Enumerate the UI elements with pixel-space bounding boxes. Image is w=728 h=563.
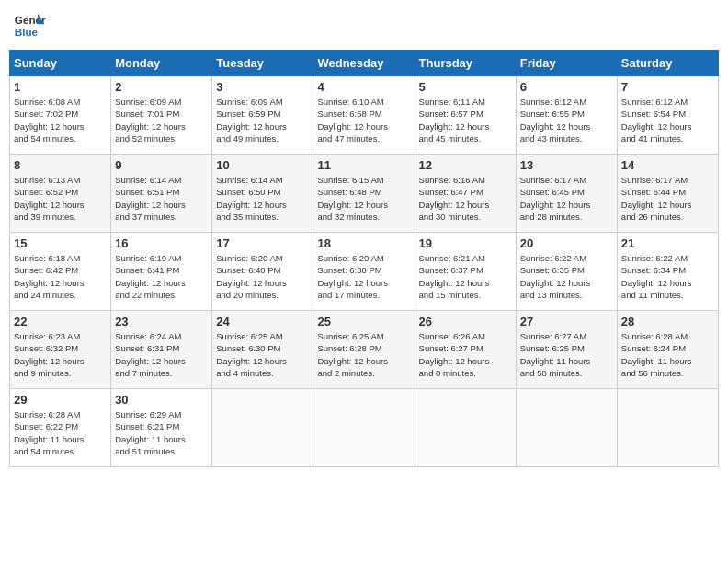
calendar-table: SundayMondayTuesdayWednesdayThursdayFrid… (9, 50, 719, 467)
day-info: Sunrise: 6:22 AMSunset: 6:34 PMDaylight:… (621, 253, 692, 300)
calendar-cell: 28 Sunrise: 6:28 AMSunset: 6:24 PMDaylig… (617, 311, 718, 389)
calendar-cell: 1 Sunrise: 6:08 AMSunset: 7:02 PMDayligh… (10, 76, 111, 155)
day-number: 1 (14, 80, 107, 94)
calendar-cell: 19 Sunrise: 6:21 AMSunset: 6:37 PMDaylig… (415, 233, 516, 311)
calendar-cell: 8 Sunrise: 6:13 AMSunset: 6:52 PMDayligh… (10, 155, 111, 233)
calendar-cell: 18 Sunrise: 6:20 AMSunset: 6:38 PMDaylig… (313, 233, 415, 311)
day-info: Sunrise: 6:08 AMSunset: 7:02 PMDaylight:… (14, 97, 85, 144)
day-info: Sunrise: 6:23 AMSunset: 6:32 PMDaylight:… (14, 331, 85, 378)
day-info: Sunrise: 6:16 AMSunset: 6:47 PMDaylight:… (419, 175, 490, 222)
day-number: 9 (115, 158, 208, 172)
day-number: 2 (115, 80, 208, 94)
calendar-cell: 13 Sunrise: 6:17 AMSunset: 6:45 PMDaylig… (516, 155, 617, 233)
day-info: Sunrise: 6:19 AMSunset: 6:41 PMDaylight:… (115, 253, 186, 300)
day-info: Sunrise: 6:14 AMSunset: 6:50 PMDaylight:… (216, 175, 287, 222)
calendar-week-row: 15 Sunrise: 6:18 AMSunset: 6:42 PMDaylig… (10, 233, 719, 311)
day-number: 8 (14, 158, 107, 172)
day-info: Sunrise: 6:28 AMSunset: 6:24 PMDaylight:… (621, 331, 692, 378)
calendar-cell: 30 Sunrise: 6:29 AMSunset: 6:21 PMDaylig… (111, 389, 212, 467)
day-info: Sunrise: 6:25 AMSunset: 6:28 PMDaylight:… (317, 331, 388, 378)
weekday-header: Friday (516, 51, 617, 76)
calendar-cell: 17 Sunrise: 6:20 AMSunset: 6:40 PMDaylig… (212, 233, 313, 311)
day-info: Sunrise: 6:18 AMSunset: 6:42 PMDaylight:… (14, 253, 85, 300)
day-number: 23 (115, 315, 208, 328)
day-number: 19 (419, 236, 512, 250)
day-number: 27 (520, 315, 613, 328)
day-info: Sunrise: 6:09 AMSunset: 6:59 PMDaylight:… (216, 97, 287, 144)
day-info: Sunrise: 6:17 AMSunset: 6:44 PMDaylight:… (621, 175, 692, 222)
day-number: 29 (14, 393, 107, 407)
day-number: 25 (317, 315, 410, 328)
day-number: 6 (520, 80, 613, 94)
calendar-cell (415, 389, 516, 467)
calendar-cell: 7 Sunrise: 6:12 AMSunset: 6:54 PMDayligh… (617, 76, 718, 155)
day-info: Sunrise: 6:12 AMSunset: 6:54 PMDaylight:… (621, 97, 692, 144)
day-info: Sunrise: 6:10 AMSunset: 6:58 PMDaylight:… (317, 97, 388, 144)
day-number: 10 (216, 158, 309, 172)
day-number: 5 (419, 80, 512, 94)
day-number: 13 (520, 158, 613, 172)
day-number: 3 (216, 80, 309, 94)
day-info: Sunrise: 6:14 AMSunset: 6:51 PMDaylight:… (115, 175, 186, 222)
calendar-cell: 10 Sunrise: 6:14 AMSunset: 6:50 PMDaylig… (212, 155, 313, 233)
weekday-header: Thursday (415, 51, 516, 76)
day-info: Sunrise: 6:22 AMSunset: 6:35 PMDaylight:… (520, 253, 591, 300)
calendar-cell: 23 Sunrise: 6:24 AMSunset: 6:31 PMDaylig… (111, 311, 212, 389)
day-number: 30 (115, 393, 208, 407)
day-number: 12 (419, 158, 512, 172)
day-number: 16 (115, 236, 208, 250)
day-number: 20 (520, 236, 613, 250)
weekday-header: Monday (111, 51, 212, 76)
calendar-cell: 14 Sunrise: 6:17 AMSunset: 6:44 PMDaylig… (617, 155, 718, 233)
calendar-cell: 25 Sunrise: 6:25 AMSunset: 6:28 PMDaylig… (313, 311, 415, 389)
calendar-cell: 4 Sunrise: 6:10 AMSunset: 6:58 PMDayligh… (313, 76, 415, 155)
calendar-week-row: 22 Sunrise: 6:23 AMSunset: 6:32 PMDaylig… (10, 311, 719, 389)
calendar-cell: 12 Sunrise: 6:16 AMSunset: 6:47 PMDaylig… (415, 155, 516, 233)
calendar-cell (313, 389, 415, 467)
day-info: Sunrise: 6:25 AMSunset: 6:30 PMDaylight:… (216, 331, 287, 378)
calendar-cell: 29 Sunrise: 6:28 AMSunset: 6:22 PMDaylig… (10, 389, 111, 467)
calendar-cell: 2 Sunrise: 6:09 AMSunset: 7:01 PMDayligh… (111, 76, 212, 155)
day-number: 21 (621, 236, 714, 250)
day-info: Sunrise: 6:09 AMSunset: 7:01 PMDaylight:… (115, 97, 186, 144)
calendar-week-row: 29 Sunrise: 6:28 AMSunset: 6:22 PMDaylig… (10, 389, 719, 467)
day-number: 15 (14, 236, 107, 250)
day-number: 7 (621, 80, 714, 94)
calendar-cell: 9 Sunrise: 6:14 AMSunset: 6:51 PMDayligh… (111, 155, 212, 233)
day-number: 17 (216, 236, 309, 250)
calendar-header-row: SundayMondayTuesdayWednesdayThursdayFrid… (10, 51, 719, 76)
calendar-cell: 6 Sunrise: 6:12 AMSunset: 6:55 PMDayligh… (516, 76, 617, 155)
calendar-cell (617, 389, 718, 467)
calendar-cell: 11 Sunrise: 6:15 AMSunset: 6:48 PMDaylig… (313, 155, 415, 233)
calendar-cell: 5 Sunrise: 6:11 AMSunset: 6:57 PMDayligh… (415, 76, 516, 155)
weekday-header: Sunday (10, 51, 111, 76)
day-number: 18 (317, 236, 410, 250)
page-header: General Blue (9, 9, 719, 42)
day-info: Sunrise: 6:24 AMSunset: 6:31 PMDaylight:… (115, 331, 186, 378)
calendar-cell (516, 389, 617, 467)
day-number: 14 (621, 158, 714, 172)
day-info: Sunrise: 6:20 AMSunset: 6:38 PMDaylight:… (317, 253, 388, 300)
day-info: Sunrise: 6:27 AMSunset: 6:25 PMDaylight:… (520, 331, 591, 378)
logo: General Blue (13, 9, 46, 42)
day-info: Sunrise: 6:26 AMSunset: 6:27 PMDaylight:… (419, 331, 490, 378)
calendar-cell: 15 Sunrise: 6:18 AMSunset: 6:42 PMDaylig… (10, 233, 111, 311)
day-info: Sunrise: 6:28 AMSunset: 6:22 PMDaylight:… (14, 409, 85, 456)
logo-icon: General Blue (13, 9, 46, 42)
day-info: Sunrise: 6:17 AMSunset: 6:45 PMDaylight:… (520, 175, 591, 222)
day-info: Sunrise: 6:20 AMSunset: 6:40 PMDaylight:… (216, 253, 287, 300)
weekday-header: Wednesday (313, 51, 415, 76)
day-number: 4 (317, 80, 410, 94)
svg-text:Blue: Blue (15, 26, 39, 38)
calendar-cell: 16 Sunrise: 6:19 AMSunset: 6:41 PMDaylig… (111, 233, 212, 311)
day-info: Sunrise: 6:21 AMSunset: 6:37 PMDaylight:… (419, 253, 490, 300)
day-info: Sunrise: 6:15 AMSunset: 6:48 PMDaylight:… (317, 175, 388, 222)
calendar-cell: 24 Sunrise: 6:25 AMSunset: 6:30 PMDaylig… (212, 311, 313, 389)
calendar-week-row: 1 Sunrise: 6:08 AMSunset: 7:02 PMDayligh… (10, 76, 719, 155)
calendar-week-row: 8 Sunrise: 6:13 AMSunset: 6:52 PMDayligh… (10, 155, 719, 233)
day-info: Sunrise: 6:11 AMSunset: 6:57 PMDaylight:… (419, 97, 490, 144)
day-number: 11 (317, 158, 410, 172)
calendar-cell: 3 Sunrise: 6:09 AMSunset: 6:59 PMDayligh… (212, 76, 313, 155)
calendar-cell: 26 Sunrise: 6:26 AMSunset: 6:27 PMDaylig… (415, 311, 516, 389)
calendar-cell: 21 Sunrise: 6:22 AMSunset: 6:34 PMDaylig… (617, 233, 718, 311)
